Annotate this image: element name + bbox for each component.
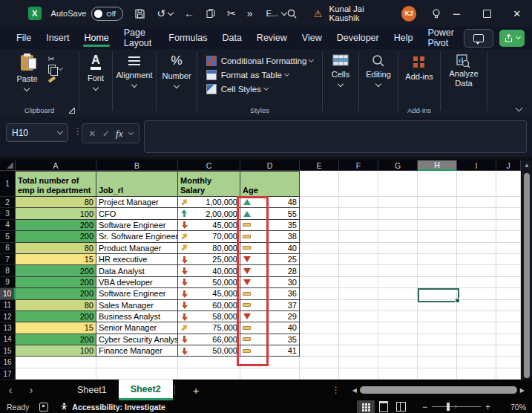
maximize-button[interactable] [472, 0, 502, 27]
cell-D13[interactable]: 40 [240, 322, 300, 334]
cell-G2[interactable] [378, 197, 418, 208]
tab-data[interactable]: Data [214, 27, 249, 49]
cell-C2[interactable]: 1,00,000 [178, 197, 240, 208]
cell-I15[interactable] [457, 345, 496, 357]
cell-D1[interactable]: Age [240, 171, 300, 197]
cell-B1[interactable]: Job_rl [96, 171, 178, 197]
macro-record-icon[interactable] [39, 403, 48, 412]
cell-G16[interactable] [378, 357, 418, 368]
vertical-scrollbar[interactable]: ▲ [522, 160, 532, 380]
paste-button[interactable]: Paste [16, 55, 37, 91]
cell-G12[interactable] [378, 311, 418, 322]
tab-developer[interactable]: Developer [329, 27, 387, 49]
cell-G15[interactable] [378, 345, 418, 357]
cell-D5[interactable]: 38 [240, 231, 300, 242]
tab-view[interactable]: View [295, 27, 329, 49]
excel-logo-icon[interactable]: X [28, 7, 42, 20]
cell-E10[interactable] [300, 288, 339, 299]
cell-I6[interactable] [457, 243, 496, 254]
cell-D3[interactable]: 55 [240, 208, 300, 219]
collapse-ribbon-icon[interactable] [516, 105, 523, 112]
back-arrow-button[interactable]: ← [184, 8, 194, 19]
cell-E5[interactable] [300, 231, 339, 242]
cell-B11[interactable]: Sales Manager [96, 300, 178, 311]
cell-B8[interactable]: Data Analyst [96, 265, 178, 276]
cell-G10[interactable] [378, 288, 418, 299]
cell-C17[interactable] [178, 368, 240, 380]
cell-E6[interactable] [300, 243, 339, 254]
cell-F5[interactable] [339, 231, 378, 242]
new-sheet-button[interactable]: + [193, 384, 200, 397]
cell-B3[interactable]: CFO [96, 208, 178, 219]
search-icon[interactable] [286, 8, 298, 19]
cell-F17[interactable] [339, 368, 378, 380]
cell-J9[interactable] [496, 277, 521, 288]
cell-B10[interactable]: Software Engineer [96, 288, 178, 299]
cell-D8[interactable]: 28 [240, 265, 300, 276]
format-as-table-button[interactable]: Format as Table [206, 68, 289, 82]
cell-E8[interactable] [300, 265, 339, 276]
cell-F12[interactable] [339, 311, 378, 322]
cell-E14[interactable] [300, 334, 339, 345]
cell-J7[interactable] [496, 254, 521, 265]
cell-A7[interactable]: 15 [16, 254, 96, 265]
cell-A8[interactable]: 200 [16, 265, 96, 276]
row-header-15[interactable]: 15 [0, 345, 16, 357]
row-header-9[interactable]: 9 [0, 277, 16, 288]
cell-G8[interactable] [378, 265, 418, 276]
row-header-2[interactable]: 2 [0, 197, 16, 208]
cell-F7[interactable] [339, 254, 378, 265]
cell-A17[interactable] [16, 368, 96, 380]
cell-B14[interactable]: Cyber Security Analyst [96, 334, 178, 345]
sheet-tab-sheet2[interactable]: Sheet2 [119, 380, 173, 400]
sheet-tab-sheet1[interactable]: Sheet1 [65, 380, 119, 400]
cell-A4[interactable]: 200 [16, 220, 96, 231]
cell-A10[interactable]: 200 [16, 288, 96, 299]
cell-B16[interactable] [96, 357, 178, 368]
autosave-toggle[interactable]: Off [91, 7, 123, 21]
cell-A1[interactable]: Total number of emp in department [16, 171, 96, 197]
cell-A5[interactable]: 200 [16, 231, 96, 242]
column-header-A[interactable]: A [16, 160, 96, 171]
tab-formulas[interactable]: Formulas [161, 27, 214, 49]
cut-button[interactable]: ✂ [48, 53, 62, 64]
cell-E2[interactable] [300, 197, 339, 208]
cell-F10[interactable] [339, 288, 378, 299]
column-header-E[interactable]: E [300, 160, 339, 171]
column-header-H[interactable]: H [418, 160, 457, 171]
cell-A15[interactable]: 100 [16, 345, 96, 357]
cell-G17[interactable] [378, 368, 418, 380]
cell-I11[interactable] [457, 300, 496, 311]
cell-I7[interactable] [457, 254, 496, 265]
cell-D15[interactable]: 41 [240, 345, 300, 357]
cell-E11[interactable] [300, 300, 339, 311]
cell-B13[interactable]: Senior Manager [96, 322, 178, 334]
cell-C8[interactable]: 40,000 [178, 265, 240, 276]
document-name[interactable]: E... [266, 9, 286, 18]
cell-styles-button[interactable]: Cell Styles [206, 82, 268, 96]
name-box[interactable]: H10 [6, 123, 68, 142]
comments-button[interactable] [464, 29, 493, 48]
insert-function-button[interactable]: fx [116, 128, 122, 140]
column-header-I[interactable]: I [457, 160, 496, 171]
cell-F9[interactable] [339, 277, 378, 288]
cell-D2[interactable]: 48 [240, 197, 300, 208]
warning-icon[interactable]: ⚠ [314, 8, 323, 19]
cell-H2[interactable] [418, 197, 457, 208]
cell-A2[interactable]: 80 [16, 197, 96, 208]
lightbulb-icon[interactable] [431, 8, 441, 19]
scroll-right-icon[interactable]: ▶ [517, 387, 528, 394]
row-header-12[interactable]: 12 [0, 311, 16, 322]
row-header-4[interactable]: 4 [0, 220, 16, 231]
cell-B17[interactable] [96, 368, 178, 380]
cancel-icon[interactable]: ✕ [88, 129, 96, 139]
cell-F11[interactable] [339, 300, 378, 311]
cell-F8[interactable] [339, 265, 378, 276]
cell-E4[interactable] [300, 220, 339, 231]
cell-C13[interactable]: 75,000 [178, 322, 240, 334]
cell-J10[interactable] [496, 288, 521, 299]
scroll-left-icon[interactable]: ◀ [349, 387, 360, 394]
next-sheet-button[interactable]: › [21, 384, 42, 396]
cell-H7[interactable] [418, 254, 457, 265]
cell-I4[interactable] [457, 220, 496, 231]
